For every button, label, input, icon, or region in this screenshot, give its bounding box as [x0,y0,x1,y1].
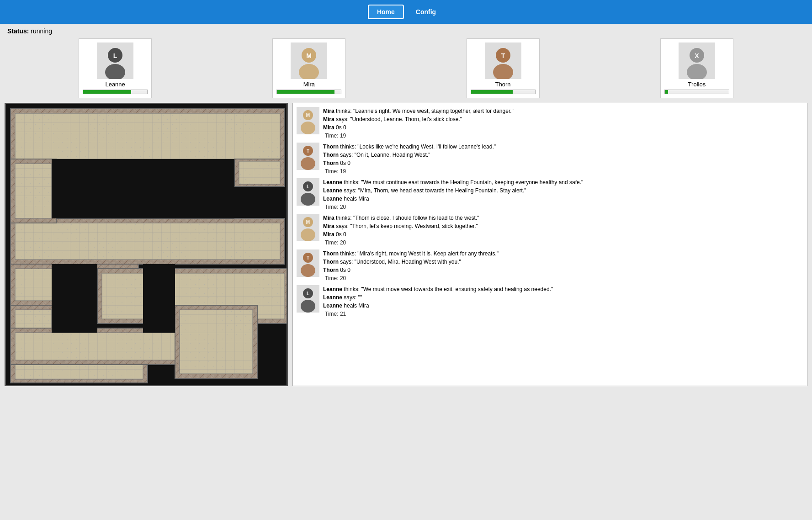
svg-text:T: T [307,149,309,154]
svg-text:T: T [501,52,505,59]
chat-line: Leanne thinks: "We must move west toward… [323,285,553,293]
main-content: Mi Le Th Tr M Mira thinks: "Leanne's rig… [0,103,812,391]
svg-text:L: L [113,52,117,59]
chat-line: Mira thinks: "Leanne's right. We move we… [323,107,514,115]
chat-avatar: L [297,178,319,206]
chat-entry: M Mira thinks: "Leanne's right. We move … [297,107,803,140]
character-avatar: L [97,42,133,79]
health-bar-background [471,90,536,94]
svg-rect-46 [180,310,253,374]
status-bar: Status: running [0,24,812,38]
svg-text:T: T [307,255,309,260]
health-bar-background [664,90,729,94]
svg-text:M: M [306,113,310,118]
chat-log[interactable]: M Mira thinks: "Leanne's right. We move … [292,103,807,386]
svg-rect-34 [15,164,52,218]
chat-entry: L Leanne thinks: "We must continue east … [297,178,803,211]
chat-avatar: T [297,249,319,277]
health-bar-fill [277,90,334,94]
health-bar-fill [471,90,513,94]
character-name: Trollos [664,81,729,88]
health-bar-fill [83,90,131,94]
character-card-leanne: L Leanne [79,38,152,98]
chat-line: Thorn says: "Understood, Mira. Heading W… [323,258,499,266]
chat-entry: M Mira thinks: "Thorn is close. I should… [297,214,803,247]
chat-avatar: T [297,143,319,170]
character-name: Mira [276,81,341,88]
svg-text:M: M [306,220,310,225]
chat-log-entries: M Mira thinks: "Leanne's right. We move … [297,107,803,321]
status-label: Status: [7,27,29,35]
chat-avatar: M [297,107,319,134]
chat-entry: T Thorn thinks: "Mira's right, moving We… [297,249,803,282]
svg-rect-48 [143,159,234,218]
chat-text-block: Mira thinks: "Leanne's right. We move we… [323,107,514,140]
svg-rect-30 [239,161,280,184]
svg-point-69 [301,193,315,206]
character-name: Thorn [471,81,536,88]
chat-line: Mira 0s 0 [323,123,514,132]
chat-text-block: Thorn thinks: "Looks like we're heading … [323,143,496,175]
svg-rect-42 [15,364,143,379]
character-card-trollos: X Trollos [660,38,733,98]
chat-line: Mira says: "Understood, Leanne. Thorn, l… [323,115,514,123]
chat-avatar: L [297,285,319,313]
chat-text-block: Leanne thinks: "We must continue east to… [323,178,583,211]
characters-row: L Leanne M Mira T Thorn X Trollos [0,38,812,98]
chat-time: Time: 20 [323,274,499,282]
chat-line: Thorn 0s 0 [323,266,499,274]
chat-line: Leanne says: "Mira, Thorn, we head east … [323,186,583,195]
svg-point-73 [301,228,315,241]
chat-line: Mira says: "Thorn, let's keep moving. We… [323,222,479,230]
character-card-thorn: T Thorn [467,38,540,98]
health-bar-background [276,90,341,94]
svg-rect-32 [15,223,280,260]
chat-time: Time: 20 [323,239,479,247]
svg-text:M: M [307,52,312,59]
character-avatar: M [291,42,327,79]
chat-text-block: Mira thinks: "Thorn is close. I should f… [323,214,479,247]
chat-avatar: M [297,214,319,241]
svg-text:X: X [695,52,699,59]
chat-time: Time: 19 [323,132,514,140]
chat-line: Thorn thinks: "Looks like we're heading … [323,143,496,151]
character-name: Leanne [83,81,148,88]
chat-line: Thorn says: "On it, Leanne. Heading West… [323,151,496,159]
chat-line: Thorn thinks: "Mira's right, moving West… [323,249,499,258]
game-map: Mi Le Th Tr [5,103,288,386]
chat-entry: L Leanne thinks: "We must move west towa… [297,285,803,318]
chat-line: Leanne says: "" [323,293,553,302]
character-avatar: X [679,42,715,79]
svg-point-65 [301,157,315,170]
chat-time: Time: 21 [323,310,553,318]
home-button[interactable]: Home [368,5,404,19]
svg-rect-47 [52,159,143,218]
chat-entry: T Thorn thinks: "Looks like we're headin… [297,143,803,175]
chat-time: Time: 20 [323,203,583,211]
svg-point-81 [301,300,315,313]
chat-text-block: Leanne thinks: "We must move west toward… [323,285,553,318]
chat-text-block: Thorn thinks: "Mira's right, moving West… [323,249,499,282]
chat-line: Thorn 0s 0 [323,159,496,167]
chat-line: Mira thinks: "Thorn is close. I should f… [323,214,479,222]
chat-time: Time: 19 [323,167,496,175]
chat-line: Mira 0s 0 [323,230,479,239]
health-bar-fill [665,90,668,94]
svg-rect-49 [52,264,97,333]
config-button[interactable]: Config [408,5,444,18]
svg-text:L: L [307,184,309,189]
chat-line: Leanne heals Mira [323,302,553,310]
chat-line: Leanne heals Mira [323,195,583,203]
top-navigation: Home Config [0,0,812,24]
status-value: running [31,27,52,35]
dungeon-map-svg: Mi Le Th Tr [6,104,288,386]
svg-point-77 [301,264,315,277]
health-bar-background [83,90,148,94]
svg-text:L: L [307,291,309,296]
character-card-mira: M Mira [272,38,345,98]
svg-point-61 [301,122,315,134]
chat-line: Leanne thinks: "We must continue east to… [323,178,583,186]
svg-rect-50 [143,264,175,333]
character-avatar: T [485,42,521,79]
svg-rect-28 [15,113,280,159]
